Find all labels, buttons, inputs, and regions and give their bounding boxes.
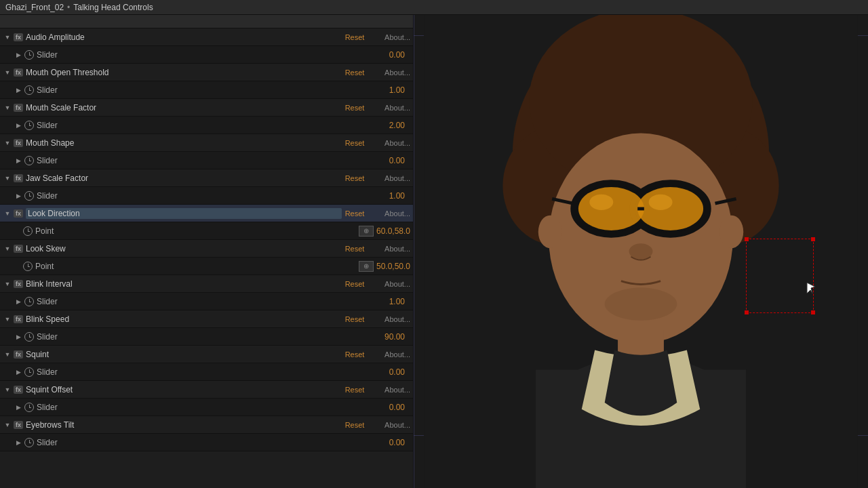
about-btn-mouth-scale-factor[interactable]: About...	[373, 104, 410, 112]
fx-badge-eyebrows-tilt: fx	[14, 421, 23, 429]
about-btn-look-direction[interactable]: About...	[373, 209, 410, 218]
sub-row-squint-0[interactable]: Slider 0.00	[0, 363, 413, 381]
sub-expand-blink-interval-0[interactable]	[14, 297, 23, 306]
fx-badge-blink-interval: fx	[14, 280, 23, 288]
effect-row-mouth-shape[interactable]: fx Mouth Shape Reset About...	[0, 134, 413, 152]
effect-row-look-skew[interactable]: fx Look Skew Reset About...	[0, 240, 413, 258]
reset-btn-audio-amplitude[interactable]: Reset	[342, 33, 368, 41]
about-btn-squint[interactable]: About...	[373, 350, 410, 359]
effect-name-jaw-scale-factor: Jaw Scale Factor	[26, 174, 342, 183]
clock-icon-audio-amplitude-0[interactable]	[24, 50, 34, 60]
clock-icon-mouth-scale-factor-0[interactable]	[24, 121, 34, 130]
effect-row-jaw-scale-factor[interactable]: fx Jaw Scale Factor Reset About...	[0, 169, 413, 187]
sub-value-blink-speed-0: 90.00	[368, 332, 405, 342]
point-icon-look-skew-0[interactable]	[359, 261, 374, 272]
effect-row-eyebrows-tilt[interactable]: fx Eyebrows Tilt Reset About...	[0, 416, 413, 434]
about-btn-squint-offset[interactable]: About...	[373, 386, 410, 394]
sub-label-blink-interval-0: Slider	[37, 297, 368, 306]
about-btn-mouth-shape[interactable]: About...	[373, 139, 410, 147]
sub-expand-mouth-shape-0[interactable]	[14, 156, 23, 165]
expand-arrow-squint-offset[interactable]	[3, 385, 12, 394]
clock-icon-jaw-scale-factor-0[interactable]	[24, 191, 34, 201]
sub-row-jaw-scale-factor-0[interactable]: Slider 1.00	[0, 187, 413, 205]
about-btn-eyebrows-tilt[interactable]: About...	[373, 421, 410, 429]
expand-arrow-squint[interactable]	[3, 350, 12, 359]
sub-expand-mouth-scale-factor-0[interactable]	[14, 121, 23, 130]
effect-row-mouth-open-threshold[interactable]: fx Mouth Open Threshold Reset About...	[0, 64, 413, 81]
preview-canvas	[414, 15, 868, 488]
expand-arrow-mouth-scale-factor[interactable]	[3, 103, 12, 113]
sub-row-audio-amplitude-0[interactable]: Slider 0.00	[0, 46, 413, 64]
effect-row-squint[interactable]: fx Squint Reset About...	[0, 346, 413, 363]
sub-row-blink-interval-0[interactable]: Slider 1.00	[0, 293, 413, 310]
reset-btn-squint[interactable]: Reset	[342, 350, 368, 359]
expand-arrow-eyebrows-tilt[interactable]	[3, 420, 12, 430]
fx-badge-squint: fx	[14, 350, 23, 359]
sub-row-mouth-shape-0[interactable]: Slider 0.00	[0, 152, 413, 169]
expand-arrow-mouth-open-threshold[interactable]	[3, 68, 12, 77]
sub-expand-eyebrows-tilt-0[interactable]	[14, 438, 23, 447]
clock-icon-blink-interval-0[interactable]	[24, 297, 34, 306]
effect-row-blink-interval[interactable]: fx Blink Interval Reset About...	[0, 275, 413, 293]
sub-label-mouth-open-threshold-0: Slider	[37, 85, 368, 95]
effect-name-blink-speed: Blink Speed	[26, 314, 342, 324]
right-panel	[414, 15, 868, 488]
effect-row-blink-speed[interactable]: fx Blink Speed Reset About...	[0, 310, 413, 328]
about-btn-jaw-scale-factor[interactable]: About...	[373, 174, 410, 182]
reset-btn-look-direction[interactable]: Reset	[342, 209, 368, 218]
sub-expand-squint-0[interactable]	[14, 367, 23, 377]
sub-expand-audio-amplitude-0[interactable]	[14, 50, 23, 60]
reset-btn-blink-interval[interactable]: Reset	[342, 280, 368, 288]
expand-arrow-audio-amplitude[interactable]	[3, 33, 12, 42]
about-btn-audio-amplitude[interactable]: About...	[373, 33, 410, 41]
effect-row-look-direction[interactable]: fx Look Direction Reset About...	[0, 205, 413, 222]
reset-btn-jaw-scale-factor[interactable]: Reset	[342, 174, 368, 182]
point-icon-look-direction-0[interactable]	[359, 226, 374, 237]
sub-label-blink-speed-0: Slider	[37, 332, 368, 342]
expand-arrow-mouth-shape[interactable]	[3, 138, 12, 148]
reset-btn-eyebrows-tilt[interactable]: Reset	[342, 421, 368, 429]
clock-icon-eyebrows-tilt-0[interactable]	[24, 438, 34, 447]
about-btn-look-skew[interactable]: About...	[373, 245, 410, 253]
sub-value-mouth-shape-0: 0.00	[368, 156, 405, 165]
clock-icon-look-skew-0[interactable]	[23, 262, 33, 271]
about-btn-blink-interval[interactable]: About...	[373, 280, 410, 288]
sub-expand-mouth-open-threshold-0[interactable]	[14, 85, 23, 95]
about-btn-blink-speed[interactable]: About...	[373, 315, 410, 323]
effect-row-squint-offset[interactable]: fx Squint Offset Reset About...	[0, 381, 413, 399]
sub-row-mouth-scale-factor-0[interactable]: Slider 2.00	[0, 117, 413, 134]
reset-btn-mouth-scale-factor[interactable]: Reset	[342, 104, 368, 112]
expand-arrow-blink-speed[interactable]	[3, 314, 12, 324]
reset-btn-mouth-shape[interactable]: Reset	[342, 139, 368, 147]
sub-row-look-skew-0[interactable]: Point 50.0,50.0	[0, 258, 413, 275]
sub-row-mouth-open-threshold-0[interactable]: Slider 1.00	[0, 81, 413, 99]
expand-arrow-blink-interval[interactable]	[3, 279, 12, 289]
expand-arrow-look-skew[interactable]	[3, 244, 12, 253]
svg-point-12	[637, 187, 703, 230]
sub-row-blink-speed-0[interactable]: Slider 90.00	[0, 328, 413, 346]
reset-btn-blink-speed[interactable]: Reset	[342, 315, 368, 323]
effect-name-mouth-scale-factor: Mouth Scale Factor	[26, 103, 342, 113]
sub-expand-squint-offset-0[interactable]	[14, 403, 23, 412]
sub-expand-jaw-scale-factor-0[interactable]	[14, 191, 23, 201]
reset-btn-squint-offset[interactable]: Reset	[342, 386, 368, 394]
expand-arrow-look-direction[interactable]	[3, 209, 12, 218]
sub-row-look-direction-0[interactable]: Point 60.0,58.0	[0, 222, 413, 240]
expand-arrow-jaw-scale-factor[interactable]	[3, 174, 12, 183]
effect-row-mouth-scale-factor[interactable]: fx Mouth Scale Factor Reset About...	[0, 99, 413, 117]
sub-row-eyebrows-tilt-0[interactable]: Slider 0.00	[0, 434, 413, 451]
reset-btn-mouth-open-threshold[interactable]: Reset	[342, 68, 368, 77]
clock-icon-squint-0[interactable]	[24, 367, 34, 377]
sub-row-squint-offset-0[interactable]: Slider 0.00	[0, 399, 413, 416]
effect-row-audio-amplitude[interactable]: fx Audio Amplitude Reset About...	[0, 28, 413, 46]
reset-btn-look-skew[interactable]: Reset	[342, 245, 368, 253]
effects-list[interactable]: fx Audio Amplitude Reset About... Slider…	[0, 28, 413, 488]
clock-icon-blink-speed-0[interactable]	[24, 332, 34, 342]
about-btn-mouth-open-threshold[interactable]: About...	[373, 68, 410, 77]
sub-expand-blink-speed-0[interactable]	[14, 332, 23, 342]
clock-icon-mouth-shape-0[interactable]	[24, 156, 34, 165]
clock-icon-squint-offset-0[interactable]	[24, 403, 34, 412]
clock-icon-look-direction-0[interactable]	[23, 226, 33, 236]
clock-icon-mouth-open-threshold-0[interactable]	[24, 85, 34, 95]
fx-badge-look-skew: fx	[14, 245, 23, 253]
